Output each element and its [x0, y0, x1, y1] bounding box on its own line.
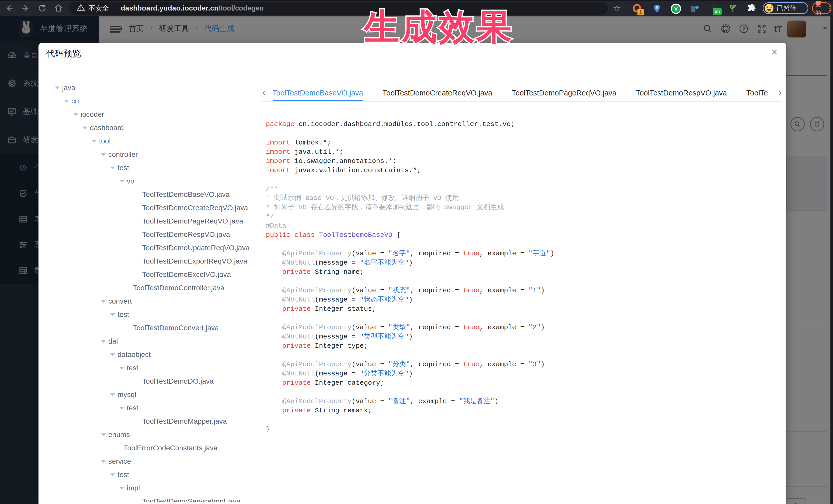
- tab-file[interactable]: ToolTestDemoPageReqVO.java: [512, 83, 616, 102]
- code-line: [266, 415, 782, 425]
- tree-file-row[interactable]: ToolTestDemoDO.java: [45, 375, 263, 388]
- tree-folder-row[interactable]: cn: [45, 94, 263, 108]
- extensions-puzzle-icon[interactable]: [747, 4, 757, 14]
- tree-file-row[interactable]: ToolTestDemoCreateReqVO.java: [45, 201, 263, 215]
- menu-kebab-icon[interactable]: [829, 5, 831, 12]
- tree-file-row[interactable]: ToolTestDemoBaseVO.java: [45, 188, 263, 201]
- tab-file[interactable]: ToolTestDemoRespVO.java: [636, 83, 727, 102]
- extension-diamond-icon[interactable]: [690, 4, 700, 14]
- tree-folder-row[interactable]: iocoder: [45, 108, 263, 121]
- code-line: /**: [266, 184, 782, 193]
- tree-file-row[interactable]: ToolTestDemoMapper.java: [45, 415, 263, 428]
- modal-title: 代码预览: [46, 48, 81, 59]
- caret-down-icon[interactable]: [120, 177, 127, 185]
- home-icon[interactable]: [53, 3, 64, 14]
- tree-node-label: dataobject: [118, 351, 151, 359]
- code-line: [266, 387, 782, 397]
- tabs-scroll-right-icon[interactable]: ›: [778, 87, 782, 98]
- extension-ring-icon[interactable]: 1: [632, 4, 642, 14]
- caret-down-icon[interactable]: [101, 151, 108, 158]
- forward-icon[interactable]: [20, 3, 31, 14]
- caret-down-icon[interactable]: [101, 458, 108, 465]
- extension-plant-icon[interactable]: [728, 4, 738, 14]
- caret-down-icon[interactable]: [120, 484, 127, 492]
- close-icon[interactable]: ×: [771, 47, 778, 57]
- tree-file-row[interactable]: ToolTestDemoExcelVO.java: [45, 268, 263, 281]
- caret-down-icon[interactable]: [120, 364, 127, 372]
- code-line: package cn.iocoder.dashboard.modules.too…: [266, 120, 782, 129]
- tab-file[interactable]: ToolTe: [746, 83, 768, 102]
- code-line: [266, 351, 782, 360]
- bookmark-star-icon[interactable]: ☆: [613, 3, 621, 14]
- caret-down-icon[interactable]: [110, 164, 118, 172]
- caret-down-icon[interactable]: [101, 338, 108, 345]
- tabs-scroll-left-icon[interactable]: ‹: [262, 87, 266, 98]
- tree-node-label: ToolTestDemoConvert.java: [133, 324, 219, 332]
- tree-folder-row[interactable]: test: [45, 361, 263, 375]
- code-line: @NotNull(message = "名字不能为空"): [266, 258, 782, 267]
- svg-text:生成效果: 生成效果: [363, 7, 514, 46]
- browser-scrollbar-track[interactable]: [830, 17, 833, 504]
- tree-node-label: dashboard: [90, 124, 124, 132]
- tree-file-row[interactable]: ToolErrorCodeConstants.java: [45, 441, 263, 455]
- tree-file-row[interactable]: ToolTestDemoExportReqVO.java: [45, 255, 263, 268]
- tree-file-row[interactable]: ToolTestDemoServiceImpl.java: [45, 495, 263, 502]
- extension-v-icon[interactable]: V: [671, 4, 681, 14]
- tree-folder-row[interactable]: test: [45, 401, 263, 415]
- tab-file[interactable]: ToolTestDemoBaseVO.java: [272, 83, 363, 102]
- tree-folder-row[interactable]: java: [45, 81, 263, 94]
- tree-file-row[interactable]: ToolTestDemoConvert.java: [45, 321, 263, 335]
- caret-down-icon[interactable]: [110, 391, 118, 399]
- tree-file-row[interactable]: ToolTestDemoPageReqVO.java: [45, 215, 263, 228]
- code-line: * 如果子 VO 存在差异的字段，请不要添加到这里，影响 Swagger 文档生…: [266, 203, 782, 212]
- code-line: import java.util.*;: [266, 147, 782, 157]
- tree-file-row[interactable]: ToolTestDemoUpdateReqVO.java: [45, 241, 263, 255]
- tree-folder-row[interactable]: dataobject: [45, 348, 263, 361]
- tree-folder-row[interactable]: convert: [45, 295, 263, 308]
- tree-folder-row[interactable]: test: [45, 468, 263, 481]
- caret-down-icon[interactable]: [55, 84, 62, 92]
- tree-node-label: service: [108, 457, 131, 465]
- tree-node-label: ToolTestDemoBaseVO.java: [142, 190, 230, 199]
- tree-folder-row[interactable]: dal: [45, 335, 263, 348]
- profile-paused-pill[interactable]: 已暂停: [763, 2, 808, 14]
- browser-update-button[interactable]: 更新: [812, 2, 831, 14]
- caret-down-icon[interactable]: [73, 111, 80, 118]
- caret-down-icon[interactable]: [64, 97, 71, 105]
- tree-folder-row[interactable]: controller: [45, 148, 263, 161]
- caret-down-icon[interactable]: [110, 351, 118, 359]
- tree-node-label: convert: [108, 297, 132, 305]
- tree-folder-row[interactable]: vo: [45, 174, 263, 188]
- tree-file-row[interactable]: ToolTestDemoController.java: [45, 281, 263, 295]
- tree-folder-row[interactable]: dashboard: [45, 121, 263, 135]
- code-line: [266, 175, 782, 184]
- caret-down-icon[interactable]: [92, 138, 99, 145]
- caret-down-icon[interactable]: [110, 471, 118, 479]
- tree-folder-row[interactable]: enums: [45, 428, 263, 441]
- caret-down-icon[interactable]: [82, 124, 90, 131]
- back-icon[interactable]: [4, 3, 15, 14]
- code-line: @NotNull(message = "类型不能为空"): [266, 332, 782, 341]
- code-line: @Data: [266, 221, 782, 231]
- extension-pin-icon[interactable]: [652, 4, 662, 14]
- tree-node-label: test: [127, 404, 138, 412]
- caret-down-icon[interactable]: [120, 404, 127, 412]
- caret-down-icon[interactable]: [110, 311, 118, 318]
- tree-folder-row[interactable]: service: [45, 455, 263, 468]
- tree-folder-row[interactable]: tool: [45, 135, 263, 148]
- caret-down-icon[interactable]: [101, 431, 108, 438]
- tree-node-label: ToolTestDemoController.java: [133, 284, 224, 292]
- code-line: @ApiModelProperty(value = "类型", required…: [266, 323, 782, 332]
- caret-down-icon[interactable]: [101, 298, 108, 305]
- tree-node-label: cn: [71, 97, 79, 105]
- tree-node-label: java: [62, 83, 75, 92]
- tree-folder-row[interactable]: impl: [45, 481, 263, 495]
- tree-folder-row[interactable]: test: [45, 308, 263, 321]
- tree-folder-row[interactable]: test: [45, 161, 263, 174]
- tab-file[interactable]: ToolTestDemoCreateReqVO.java: [383, 83, 492, 102]
- extension-list-icon[interactable]: on: [709, 4, 719, 14]
- reload-icon[interactable]: [37, 3, 48, 14]
- tree-folder-row[interactable]: mysql: [45, 388, 263, 401]
- tree-node-label: vo: [127, 177, 135, 185]
- tree-file-row[interactable]: ToolTestDemoRespVO.java: [45, 228, 263, 241]
